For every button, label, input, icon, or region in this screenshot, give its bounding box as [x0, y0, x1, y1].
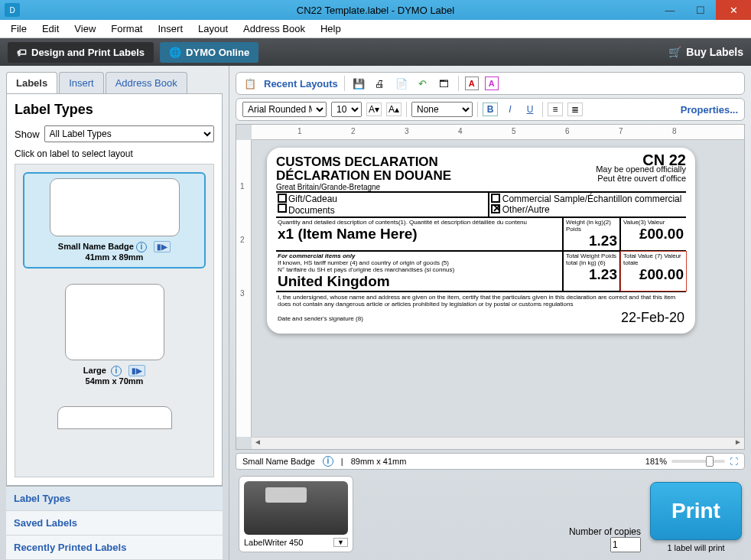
sidebar: Labels Insert Address Book Label Types S…	[0, 66, 229, 560]
font-larger-icon[interactable]: A▴	[386, 103, 402, 116]
ruler-vertical: 123	[236, 140, 252, 437]
titlebar: D CN22 Template.label - DYMO Label — ☐ ✕	[0, 0, 751, 20]
print-sub: 1 label will print	[650, 543, 742, 552]
side-tab-labels[interactable]: Labels	[6, 72, 57, 93]
text-color-icon[interactable]: A	[465, 77, 479, 90]
toolbar: 📋 Recent Layouts 💾 🖨 📄 ↶ 🗔 A A	[236, 72, 745, 95]
label-list[interactable]: Small Name Badge i ▮▶41mm x 89mm Large i…	[15, 164, 214, 477]
nav-design[interactable]: 🏷 Design and Print Labels	[8, 42, 154, 63]
cart-icon: 🛒	[668, 46, 681, 58]
value-value[interactable]: £00.00	[623, 226, 684, 243]
menu-insert[interactable]: Insert	[150, 21, 190, 36]
menu-addressbook[interactable]: Address Book	[236, 21, 313, 36]
navbar: 🏷 Design and Print Labels 🌐 DYMO Online …	[0, 38, 751, 66]
menu-view[interactable]: View	[67, 21, 103, 36]
window-title: CN22 Template.label - DYMO Label	[297, 5, 454, 16]
save-icon[interactable]: 💾	[351, 76, 366, 91]
print-icon[interactable]: 🖨	[372, 76, 388, 91]
properties-link[interactable]: Properties...	[681, 104, 738, 116]
copies-input[interactable]	[610, 537, 641, 552]
total-weight[interactable]: 1.23	[566, 266, 617, 283]
info-icon[interactable]: i	[323, 456, 333, 467]
printer-dropdown-icon[interactable]: ▼	[333, 538, 348, 547]
side-tab-addressbook[interactable]: Address Book	[106, 72, 187, 93]
recent-layouts[interactable]: Recent Layouts	[264, 78, 338, 90]
link-label-types[interactable]: Label Types	[6, 487, 223, 511]
cn22-code: CN 22	[596, 155, 686, 164]
font-smaller-icon[interactable]: A▾	[366, 103, 382, 116]
print-button[interactable]: Print	[650, 482, 742, 540]
canvas[interactable]: 12345678 123 CUSTOMS DECLARATION DÉCLARA…	[236, 124, 745, 450]
object-icon[interactable]: 🗔	[437, 76, 452, 91]
menu-layout[interactable]: Layout	[190, 21, 236, 36]
customs-title-2: DÉCLARATION EN DOUANE	[276, 169, 451, 183]
date-text[interactable]: 22-Feb-20	[621, 310, 684, 326]
print-area: LabelWriter 450 ▼ Number of copies Print…	[236, 470, 745, 560]
printer-name: LabelWriter 450	[244, 538, 333, 547]
total-value[interactable]: £00.00	[623, 266, 684, 283]
status-label-name: Small Name Badge	[242, 457, 315, 466]
app-icon: D	[5, 3, 20, 17]
menu-format[interactable]: Format	[103, 21, 150, 36]
label-card-partial[interactable]	[23, 402, 206, 438]
ruler-horizontal: 12345678	[252, 125, 744, 140]
printer-image	[244, 481, 348, 535]
info-icon[interactable]: i	[136, 242, 147, 252]
align-center-icon[interactable]: ≣	[567, 103, 583, 116]
printer-box: LabelWriter 450 ▼	[239, 476, 353, 552]
workspace: 📋 Recent Layouts 💾 🖨 📄 ↶ 🗔 A A Arial Rou…	[229, 66, 751, 560]
minimize-button[interactable]: —	[655, 0, 685, 20]
scroll-right-icon[interactable]: ►	[732, 438, 744, 449]
underline-icon[interactable]: U	[522, 103, 538, 116]
zoom-fit-icon[interactable]: ⛶	[730, 457, 738, 466]
weight-value[interactable]: 1.23	[566, 233, 617, 249]
info-icon[interactable]: i	[111, 366, 122, 376]
size-select[interactable]: 10	[331, 102, 362, 117]
show-select[interactable]: All Label Types	[44, 125, 214, 142]
layout-arrow-icon[interactable]: ▮▶	[128, 365, 145, 376]
undo-icon[interactable]: ↶	[415, 76, 431, 91]
nav-online[interactable]: 🌐 DYMO Online	[160, 42, 258, 63]
menu-edit[interactable]: Edit	[34, 21, 67, 36]
label-card-large[interactable]: Large i ▮▶54mm x 70mm	[23, 279, 206, 391]
checkbox-gift[interactable]	[278, 194, 287, 203]
link-recently-printed[interactable]: Recently Printed Labels	[6, 536, 223, 560]
link-saved-labels[interactable]: Saved Labels	[6, 511, 223, 536]
sidebar-heading: Label Types	[15, 102, 214, 118]
origin-text[interactable]: United Kingdom	[278, 273, 561, 290]
label-icon: 🏷	[17, 47, 27, 58]
status-label-size: 89mm x 41mm	[351, 457, 407, 466]
horizontal-scrollbar[interactable]: ◄ ►	[252, 437, 744, 449]
paste-icon[interactable]: 📄	[394, 76, 409, 91]
menubar: File Edit View Format Insert Layout Addr…	[0, 20, 751, 38]
label-preview	[65, 284, 164, 360]
close-button[interactable]: ✕	[716, 0, 751, 20]
border-select[interactable]: None	[411, 102, 473, 117]
buy-labels[interactable]: 🛒 Buy Labels	[668, 46, 743, 58]
checkbox-other[interactable]	[491, 204, 500, 213]
zoom-slider[interactable]	[671, 460, 725, 463]
scroll-left-icon[interactable]: ◄	[252, 438, 264, 449]
side-tab-insert[interactable]: Insert	[59, 72, 104, 93]
show-label: Show	[15, 129, 40, 140]
globe-icon: 🌐	[169, 47, 181, 58]
maximize-button[interactable]: ☐	[685, 0, 716, 20]
recent-icon[interactable]: 📋	[242, 76, 258, 91]
country-sub: Great Britain/Grande-Bretagne	[276, 183, 451, 191]
label-document[interactable]: CUSTOMS DECLARATION DÉCLARATION EN DOUAN…	[267, 148, 695, 334]
italic-icon[interactable]: I	[502, 103, 518, 116]
menu-file[interactable]: File	[3, 21, 34, 36]
align-left-icon[interactable]: ≡	[548, 103, 563, 116]
checkbox-documents[interactable]	[278, 203, 287, 213]
font-select[interactable]: Arial Rounded MT	[242, 102, 327, 117]
fill-color-icon[interactable]: A	[485, 77, 499, 90]
copies-area: Number of copies	[569, 526, 641, 552]
layout-arrow-icon[interactable]: ▮▶	[154, 241, 171, 252]
menu-help[interactable]: Help	[313, 21, 349, 36]
sidebar-links: Label Types Saved Labels Recently Printe…	[6, 486, 223, 560]
format-bar: Arial Rounded MT 10 A▾ A▴ None B I U ≡ ≣…	[236, 98, 745, 121]
label-card-small-name-badge[interactable]: Small Name Badge i ▮▶41mm x 89mm	[23, 172, 206, 269]
item-text[interactable]: x1 (Item Name Here)	[278, 226, 561, 243]
bold-icon[interactable]: B	[483, 103, 498, 116]
customs-title-1: CUSTOMS DECLARATION	[276, 155, 451, 169]
